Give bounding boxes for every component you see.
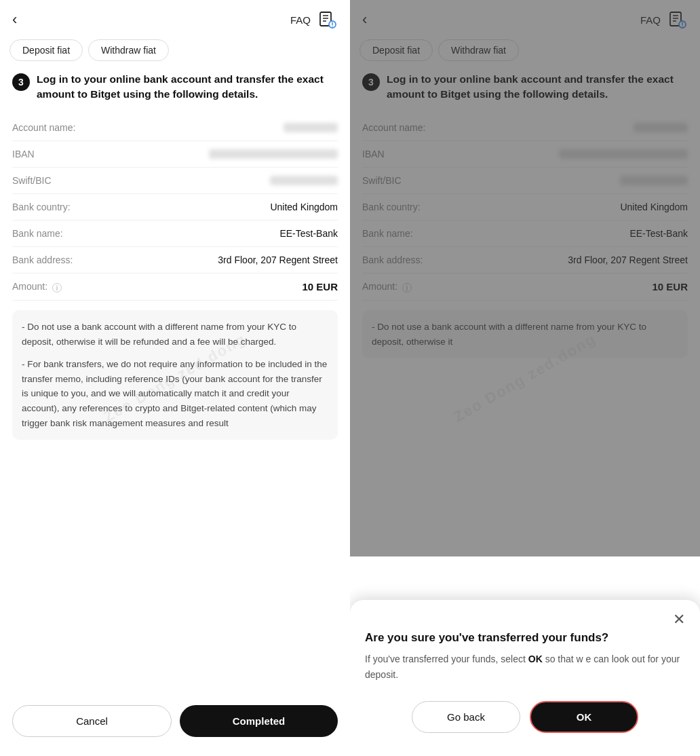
header-right-left: FAQ: [290, 10, 338, 30]
detail-value-bankname-left: EE-Test-Bank: [279, 228, 338, 239]
detail-row-country-left: Bank country: United Kingdom: [12, 194, 338, 221]
detail-label-address-left: Bank address:: [12, 254, 87, 265]
detail-label-country-left: Bank country:: [12, 202, 87, 212]
detail-row-address-left: Bank address: 3rd Floor, 207 Regent Stre…: [12, 247, 338, 273]
detail-label-bankname-left: Bank name:: [12, 228, 87, 239]
detail-value-iban-left: [209, 149, 338, 159]
step-title-left: Log in to your online bank account and t…: [37, 72, 338, 102]
tab-withdraw-left[interactable]: Withdraw fiat: [88, 39, 169, 61]
left-panel: Zeo Dong zed.dong ‹ FAQ Deposit fiat Wit…: [0, 0, 350, 756]
modal-header: ✕: [365, 612, 685, 627]
confirmation-modal: ✕ Are you sure you've transferred your f…: [350, 600, 700, 756]
detail-value-country-left: United Kingdom: [270, 202, 338, 212]
detail-label-swift-left: Swift/BIC: [12, 175, 87, 186]
notice-p1-left: - Do not use a bank account with a diffe…: [22, 320, 328, 349]
step-badge-left: 3: [12, 73, 30, 91]
modal-body-bold: OK: [528, 654, 543, 664]
go-back-button[interactable]: Go back: [412, 701, 520, 733]
modal-close-button[interactable]: ✕: [673, 612, 685, 627]
modal-body-text1: If you've transferred your funds, select: [365, 654, 528, 664]
detail-row-iban-left: IBAN: [12, 141, 338, 168]
svg-point-6: [332, 26, 333, 27]
notice-box-left: - Do not use a bank account with a diffe…: [12, 310, 338, 440]
detail-value-address-left: 3rd Floor, 207 Regent Street: [218, 254, 338, 265]
tabs-left: Deposit fiat Withdraw fiat: [0, 37, 350, 68]
orders-icon-left[interactable]: [317, 10, 338, 30]
step-header-left: 3 Log in to your online bank account and…: [12, 72, 338, 102]
notice-p2-left: - For bank transfers, we do not require …: [22, 357, 328, 430]
cancel-button[interactable]: Cancel: [12, 705, 172, 737]
detail-value-swift-left: [270, 176, 338, 185]
amount-info-icon-left[interactable]: i: [52, 283, 62, 292]
detail-row-bankname-left: Bank name: EE-Test-Bank: [12, 221, 338, 247]
completed-button[interactable]: Completed: [180, 705, 338, 737]
overlay-dimmer: [350, 0, 700, 556]
detail-label-account-left: Account name:: [12, 122, 87, 133]
detail-value-account-left: [284, 123, 338, 132]
back-button-left[interactable]: ‹: [12, 12, 17, 27]
tab-deposit-left[interactable]: Deposit fiat: [9, 39, 83, 61]
detail-label-iban-left: IBAN: [12, 149, 87, 159]
modal-body: If you've transferred your funds, select…: [365, 651, 685, 682]
content-left: 3 Log in to your online bank account and…: [0, 68, 350, 696]
detail-value-amount-left: 10 EUR: [302, 281, 338, 292]
detail-label-amount-left: Amount: i: [12, 281, 87, 292]
modal-actions: Go back OK: [365, 701, 685, 733]
ok-button[interactable]: OK: [530, 701, 638, 733]
faq-label-left[interactable]: FAQ: [290, 14, 311, 26]
detail-row-swift-left: Swift/BIC: [12, 168, 338, 194]
detail-row-account-left: Account name:: [12, 115, 338, 141]
detail-row-amount-left: Amount: i 10 EUR: [12, 273, 338, 301]
right-panel: Zeo Dong zed.dong ‹ FAQ Deposit fiat Wit…: [350, 0, 700, 756]
modal-title: Are you sure you've transferred your fun…: [365, 631, 685, 645]
bottom-bar-left: Cancel Completed: [0, 696, 350, 756]
left-header: ‹ FAQ: [0, 0, 350, 37]
